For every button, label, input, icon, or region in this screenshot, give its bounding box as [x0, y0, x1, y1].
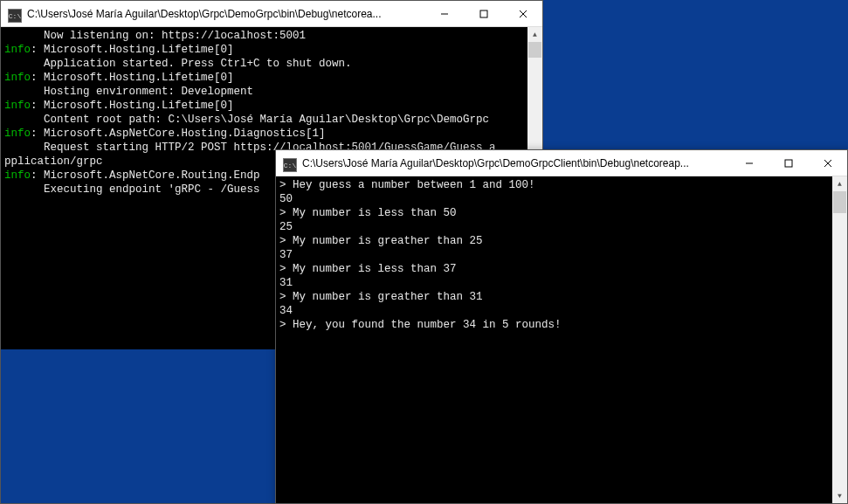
window-controls	[729, 150, 847, 176]
console-icon: C:\	[283, 158, 297, 172]
app-icon: C:\	[8, 7, 22, 21]
scroll-track[interactable]	[832, 191, 847, 488]
scroll-up-button[interactable]: ▲	[832, 176, 847, 191]
scroll-down-button[interactable]: ▼	[832, 488, 847, 503]
scroll-thumb[interactable]	[528, 42, 541, 58]
client-console-window[interactable]: C:\ C:\Users\José María Aguilar\Desktop\…	[275, 149, 848, 504]
window-controls	[424, 1, 542, 26]
terminal-output[interactable]: > Hey guess a number between 1 and 100! …	[276, 176, 832, 503]
app-icon: C:\	[283, 156, 297, 170]
console-icon: C:\	[8, 9, 22, 23]
maximize-button[interactable]	[464, 1, 503, 26]
titlebar[interactable]: C:\ C:\Users\José María Aguilar\Desktop\…	[276, 150, 847, 176]
titlebar[interactable]: C:\ C:\Users\José María Aguilar\Desktop\…	[1, 1, 542, 27]
svg-rect-5	[785, 160, 792, 167]
window-title: C:\Users\José María Aguilar\Desktop\Grpc…	[302, 157, 729, 169]
scrollbar[interactable]: ▲ ▼	[832, 176, 847, 503]
window-title: C:\Users\José María Aguilar\Desktop\Grpc…	[27, 8, 424, 20]
terminal-area: > Hey guess a number between 1 and 100! …	[276, 176, 847, 503]
scroll-thumb[interactable]	[833, 191, 846, 213]
close-button[interactable]	[808, 150, 847, 176]
svg-rect-1	[480, 10, 487, 17]
minimize-button[interactable]	[729, 150, 769, 176]
minimize-button[interactable]	[424, 1, 464, 26]
scroll-up-button[interactable]: ▲	[527, 27, 542, 42]
maximize-button[interactable]	[769, 150, 808, 176]
close-button[interactable]	[503, 1, 542, 26]
